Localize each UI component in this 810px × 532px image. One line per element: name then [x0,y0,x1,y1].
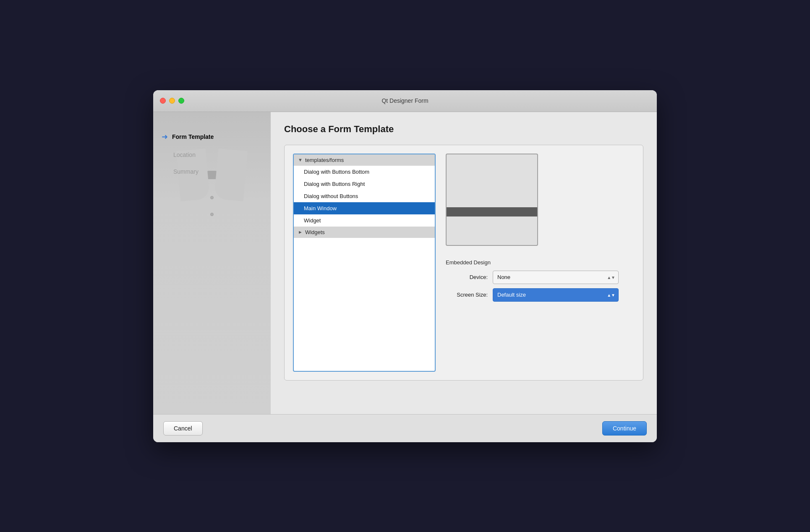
tree-collapse-arrow: ▼ [298,157,303,162]
preview-pane: Embedded Design Device: None ▲▼ [446,154,635,306]
page-title: Choose a Form Template [284,124,643,135]
screen-size-label: Screen Size: [446,292,488,298]
device-label: Device: [446,274,488,280]
window-title: Qt Designer Form [381,97,428,104]
preview-menubar [447,207,537,216]
tree-subgroup-label: Widgets [305,229,325,235]
arrow-right-icon: ➜ [162,132,168,141]
shirt-button-2 [210,213,214,216]
tree-item-dialog-buttons-bottom[interactable]: Dialog with Buttons Bottom [294,166,435,178]
device-select-wrapper: None ▲▼ [493,271,619,284]
title-bar: Qt Designer Form [153,90,657,112]
tree-item-label-main-window: Main Window [304,205,337,211]
sidebar-item-form-template[interactable]: ➜ Form Template [153,127,271,146]
continue-button[interactable]: Continue [602,421,647,436]
sidebar-item-label-location: Location [162,151,196,158]
sidebar-item-label-form-template: Form Template [172,133,214,140]
template-tree-list[interactable]: ▼ templates/forms Dialog with Buttons Bo… [293,154,436,372]
sidebar-item-label-summary: Summary [162,168,199,175]
tree-item-main-window[interactable]: Main Window [294,202,435,214]
sidebar: ➜ Form Template Location Summary [153,112,271,414]
sidebar-item-summary[interactable]: Summary [153,163,271,180]
close-button[interactable] [160,98,166,104]
cancel-button[interactable]: Cancel [163,421,203,436]
tree-root-label: templates/forms [305,157,344,163]
screen-size-select[interactable]: Default size 240 x 320 320 x 240 480 x 6… [493,288,619,302]
tree-item-label-dialog-buttons-bottom: Dialog with Buttons Bottom [304,169,369,175]
content-area: Choose a Form Template ▼ templates/forms… [271,112,657,414]
minimize-button[interactable] [169,98,175,104]
traffic-lights [160,98,184,104]
main-layout: ➜ Form Template Location Summary Choose … [153,112,657,414]
bottom-bar: Cancel Continue [153,414,657,442]
sidebar-item-location[interactable]: Location [153,146,271,163]
embedded-design: Embedded Design Device: None ▲▼ [446,259,635,302]
dialog-window: Qt Designer Form [153,90,657,442]
tree-expand-arrow: ► [298,229,303,235]
template-section: ▼ templates/forms Dialog with Buttons Bo… [284,145,643,381]
screen-size-select-wrapper: Default size 240 x 320 320 x 240 480 x 6… [493,288,619,302]
tree-root-header[interactable]: ▼ templates/forms [294,154,435,166]
maximize-button[interactable] [178,98,184,104]
screen-size-row: Screen Size: Default size 240 x 320 320 … [446,288,635,302]
tree-item-label-dialog-no-buttons: Dialog without Buttons [304,193,358,199]
shirt-button-1 [210,196,214,199]
preview-window [446,154,538,246]
tree-item-dialog-buttons-right[interactable]: Dialog with Buttons Right [294,178,435,190]
tree-item-label-dialog-buttons-right: Dialog with Buttons Right [304,181,365,187]
tree-item-dialog-no-buttons[interactable]: Dialog without Buttons [294,190,435,202]
tree-item-widget[interactable]: Widget [294,214,435,227]
device-select[interactable]: None [493,271,619,284]
embedded-design-title: Embedded Design [446,259,635,266]
sidebar-nav: ➜ Form Template Location Summary [153,120,271,187]
tree-item-label-widget: Widget [304,217,321,224]
device-row: Device: None ▲▼ [446,271,635,284]
template-content: ▼ templates/forms Dialog with Buttons Bo… [293,154,635,372]
tree-subgroup-header[interactable]: ► Widgets [294,227,435,238]
